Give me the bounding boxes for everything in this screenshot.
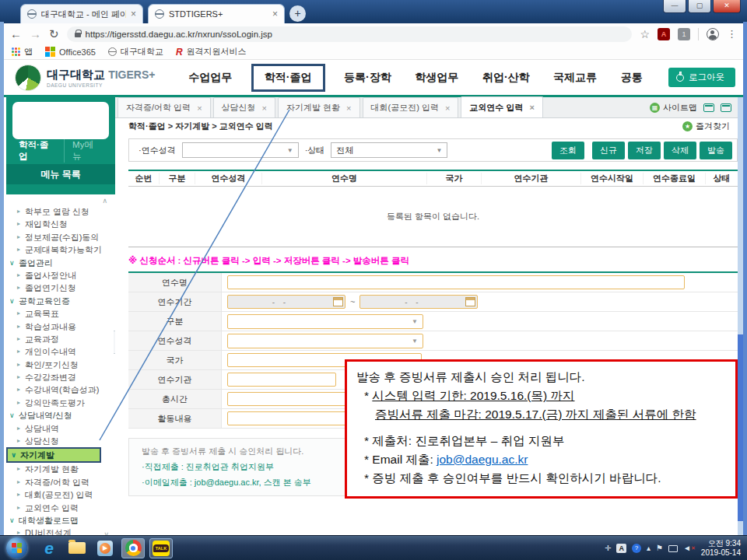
nav-records-graduation[interactable]: 학적·졸업 bbox=[251, 64, 325, 92]
category-select[interactable]: ▼ bbox=[227, 314, 423, 329]
sidebar-item[interactable]: 학습성과내용 bbox=[6, 320, 115, 333]
ime-language-indicator[interactable]: A bbox=[616, 544, 626, 553]
sidebar-item[interactable]: 개인이수내역 bbox=[6, 345, 115, 358]
sidebar-item[interactable]: 상담내역 bbox=[6, 422, 115, 435]
university-logo[interactable]: 대구대학교 TIGERS+ DAEGU UNIVERSITY bbox=[15, 65, 163, 91]
forward-button[interactable]: → bbox=[30, 27, 41, 40]
nav-registration-scholarship[interactable]: 등록·장학 bbox=[339, 65, 396, 91]
sidebar-item-external-training[interactable]: 교외연수 입력 bbox=[6, 502, 115, 514]
training-type-select[interactable]: ▼ bbox=[227, 334, 423, 348]
extension-icon[interactable]: 1 bbox=[678, 28, 690, 40]
internet-explorer-icon[interactable]: e bbox=[37, 538, 61, 558]
reload-button[interactable]: ↻ bbox=[49, 27, 59, 41]
workspace-tab[interactable]: 대회(공모전) 입력 × bbox=[363, 97, 459, 117]
tray-tool-icon[interactable]: ✛ bbox=[605, 544, 611, 552]
sidebar-item[interactable]: 교육목표 bbox=[6, 307, 115, 320]
sidebar-item[interactable]: 확인/포기신청 bbox=[6, 359, 115, 371]
sidebar-item[interactable]: 강의만족도평가 bbox=[6, 397, 115, 409]
favorites-link[interactable]: ★ 즐겨찾기 bbox=[682, 121, 730, 132]
sidebar-group-self-development[interactable]: 자기계발 bbox=[6, 447, 101, 463]
sidebar-item[interactable]: 수강강좌변경 bbox=[6, 371, 115, 383]
sitemap-link[interactable]: ▦ 사이트맵 bbox=[650, 102, 697, 114]
bookmark-star-icon[interactable]: ☆ bbox=[640, 28, 650, 40]
sidebar-item[interactable]: 학부모 열람 신청 bbox=[6, 205, 115, 218]
window-maximize-button[interactable]: ▢ bbox=[688, 0, 711, 13]
workspace-tab[interactable]: 자기계발 현황 × bbox=[278, 97, 360, 117]
tab-close-icon[interactable]: × bbox=[272, 9, 278, 19]
kakaotalk-taskbar-icon[interactable]: TALK bbox=[149, 538, 173, 558]
sidebar-item[interactable]: 졸업연기신청 bbox=[6, 282, 115, 294]
sidebar-item[interactable]: 군제대복학가능학기 bbox=[6, 243, 115, 256]
sidebar-item[interactable]: 자격증/어학 입력 bbox=[6, 476, 115, 488]
tab-close-icon[interactable]: × bbox=[529, 103, 534, 112]
tab-close-icon[interactable]: × bbox=[346, 103, 351, 113]
window-minimize-button[interactable]: — bbox=[663, 0, 686, 13]
sidebar-item[interactable]: 재입학신청 bbox=[6, 218, 115, 230]
browser-tab-daegu-main[interactable]: 대구대학교 - 메인 페이지 × bbox=[20, 4, 143, 23]
email-link[interactable]: job@daegu.ac.kr bbox=[437, 453, 528, 466]
media-player-icon[interactable]: ▶ bbox=[93, 538, 117, 558]
tab-close-icon[interactable]: × bbox=[197, 103, 202, 113]
workspace-tab-active[interactable]: 교외연수 입력 × bbox=[461, 96, 543, 117]
training-name-input[interactable] bbox=[227, 275, 685, 289]
workspace-tab[interactable]: 자격증/어학 입력 × bbox=[117, 97, 211, 117]
file-explorer-icon[interactable] bbox=[65, 538, 89, 558]
sidebar-group[interactable]: 대학생활로드맵 bbox=[6, 514, 115, 527]
tab-close-icon[interactable]: × bbox=[131, 9, 136, 19]
logout-button[interactable]: 로그아웃 bbox=[668, 68, 735, 87]
sidebar-item[interactable]: 대회(공모전) 입력 bbox=[6, 488, 115, 501]
sidebar-group[interactable]: 공학교육인증 bbox=[6, 295, 115, 307]
action-center-flag-icon[interactable]: ⚑ bbox=[656, 544, 663, 552]
nav-employment[interactable]: 취업·산학 bbox=[478, 65, 535, 91]
bookmark-office365[interactable]: Office365 bbox=[45, 47, 96, 57]
address-bar[interactable]: https://tigersstd.daegu.ac.kr/nxrun/ssoL… bbox=[67, 26, 633, 42]
filter-status-select[interactable]: 전체 ▼ bbox=[331, 142, 447, 158]
bookmark-apps[interactable]: 앱 bbox=[12, 46, 33, 58]
sidebar-item[interactable]: 자기계발 현황 bbox=[6, 463, 115, 475]
sidebar-item[interactable]: 정보제공(수집)동의 bbox=[6, 231, 115, 243]
delete-button[interactable]: 삭제 bbox=[664, 142, 696, 159]
nav-common[interactable]: 공통 bbox=[616, 65, 647, 91]
sidebar-item[interactable]: 졸업사정안내 bbox=[6, 269, 115, 282]
calendar-icon[interactable] bbox=[465, 297, 475, 306]
period-start-date-input[interactable]: - - bbox=[227, 295, 345, 309]
new-button[interactable]: 신규 bbox=[592, 142, 625, 159]
back-button[interactable]: ← bbox=[10, 27, 22, 40]
nav-classes[interactable]: 수업업무 bbox=[184, 65, 237, 91]
sidebar-tab-records[interactable]: 학적·졸업 bbox=[12, 139, 65, 163]
workspace-tab[interactable]: 상담신청 × bbox=[213, 97, 275, 117]
help-tray-icon[interactable]: ? bbox=[632, 544, 641, 553]
nav-international[interactable]: 국제교류 bbox=[549, 65, 601, 91]
sidebar-item[interactable]: 수강내역(학습성과) bbox=[6, 383, 115, 396]
period-end-date-input[interactable]: - - bbox=[359, 295, 478, 309]
sidebar-group[interactable]: 졸업관리 bbox=[6, 257, 115, 269]
calendar-icon[interactable] bbox=[333, 297, 343, 306]
search-button[interactable]: 조회 bbox=[552, 142, 584, 159]
browser-menu-icon[interactable]: ⋮ bbox=[727, 28, 737, 40]
window-close-button[interactable]: ✕ bbox=[713, 0, 741, 13]
page-scrollbar-thumb[interactable] bbox=[738, 334, 743, 521]
chrome-taskbar-icon[interactable] bbox=[121, 538, 145, 558]
save-button[interactable]: 저장 bbox=[628, 142, 661, 159]
filter-training-type-select[interactable]: ▼ bbox=[182, 142, 299, 158]
sidebar-item[interactable]: 상담신청 bbox=[6, 435, 115, 447]
browser-profile-icon[interactable] bbox=[707, 28, 719, 40]
sidebar-group[interactable]: 상담내역/신청 bbox=[6, 409, 115, 422]
tab-close-icon[interactable]: × bbox=[445, 103, 450, 113]
sidebar-item[interactable]: 교육과정 bbox=[6, 333, 115, 345]
volume-muted-icon[interactable]: ◄ bbox=[683, 544, 691, 552]
nav-student-affairs[interactable]: 학생업무 bbox=[410, 65, 463, 91]
show-hidden-icons-arrow[interactable]: ▴ bbox=[647, 544, 651, 552]
network-icon[interactable] bbox=[668, 545, 678, 552]
new-tab-button[interactable]: + bbox=[289, 5, 306, 22]
send-button[interactable]: 발송 bbox=[700, 142, 732, 159]
menu-scroll-up-icon[interactable]: ∧ bbox=[6, 198, 115, 205]
taskbar-clock[interactable]: 오전 9:34 2019-05-14 bbox=[696, 539, 741, 558]
browser-tab-stdtigers[interactable]: STDTIGERS+ × bbox=[148, 4, 285, 23]
bookmark-daegu-univ[interactable]: 대구대학교 bbox=[108, 46, 163, 58]
sidebar-tab-mymenu[interactable]: My메뉴 bbox=[65, 139, 109, 163]
tab-close-icon[interactable]: × bbox=[262, 103, 267, 113]
pdf-extension-icon[interactable]: A bbox=[658, 28, 670, 40]
institute-input[interactable] bbox=[227, 373, 336, 387]
bookmark-remote-support[interactable]: R 원격지원서비스 bbox=[176, 46, 247, 58]
